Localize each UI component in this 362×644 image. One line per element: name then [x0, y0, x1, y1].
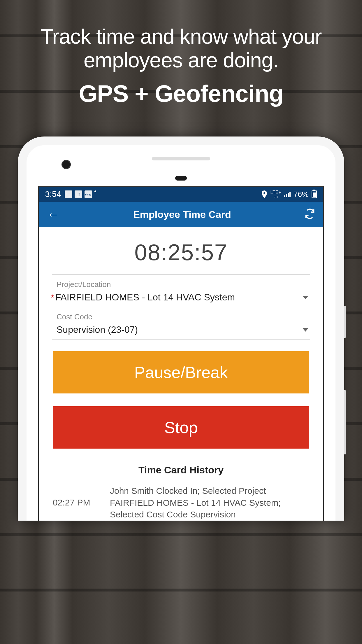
cost-code-field[interactable]: Cost Code Supervision (23-07)	[52, 307, 310, 340]
refresh-button[interactable]	[305, 209, 315, 220]
phone-camera	[61, 160, 71, 169]
back-button[interactable]: ←	[47, 207, 60, 222]
cost-code-label: Cost Code	[52, 312, 310, 321]
history-title: Time Card History	[53, 464, 309, 476]
android-status-bar: 3:54 ⬚ ▢ ring LTE+ ↓↑↑ 76%	[39, 187, 323, 202]
project-value: * FAIRFIELD HOMES - Lot 14 HVAC System	[52, 292, 303, 303]
notification-icons: ⬚ ▢ ring	[65, 190, 96, 198]
chevron-down-icon	[303, 328, 308, 332]
status-left: 3:54 ⬚ ▢ ring	[45, 190, 96, 199]
action-buttons: Pause/Break Stop	[39, 340, 323, 449]
stop-button[interactable]: Stop	[53, 406, 309, 449]
ring-icon: ring	[85, 190, 92, 198]
marketing-line-1: Track time and know what your employees …	[12, 25, 350, 72]
phone-side-button	[344, 306, 346, 338]
app-header: ← Employee Time Card	[39, 202, 323, 227]
marketing-copy: Track time and know what your employees …	[0, 0, 362, 119]
pause-break-button[interactable]: Pause/Break	[53, 351, 309, 393]
page-title: Employee Time Card	[133, 209, 231, 220]
phone-frame: 3:54 ⬚ ▢ ring LTE+ ↓↑↑ 76%	[18, 136, 344, 521]
phone-side-button	[344, 390, 346, 454]
notification-icon: ⬚	[65, 190, 72, 198]
elapsed-timer: 08:25:57	[52, 227, 310, 275]
battery-icon	[312, 190, 317, 198]
history-entry: 02:27 PM John Smith Clocked In; Selected…	[53, 485, 309, 521]
marketing-line-2: GPS + Geofencing	[12, 80, 350, 107]
battery-percent: 76%	[294, 190, 309, 199]
status-right: LTE+ ↓↑↑ 76%	[261, 190, 317, 199]
chevron-down-icon	[303, 296, 308, 299]
phone-screen: 3:54 ⬚ ▢ ring LTE+ ↓↑↑ 76%	[38, 186, 324, 521]
signal-bars-icon	[284, 191, 291, 197]
project-label: Project/Location	[52, 280, 310, 289]
network-type: LTE+ ↓↑↑	[270, 190, 281, 198]
required-indicator: *	[51, 293, 54, 302]
history-entry-description: John Smith Clocked In; Selected Project …	[110, 485, 309, 521]
history-entry-time: 02:27 PM	[53, 485, 102, 521]
gallery-icon: ▢	[75, 190, 82, 198]
more-notifications-icon	[94, 190, 96, 192]
phone-bezel: 3:54 ⬚ ▢ ring LTE+ ↓↑↑ 76%	[27, 145, 335, 521]
cost-code-value: Supervision (23-07)	[52, 324, 303, 335]
location-icon	[261, 190, 267, 198]
time-card-history: Time Card History 02:27 PM John Smith Cl…	[39, 461, 323, 521]
status-time: 3:54	[45, 190, 61, 199]
phone-sensor	[175, 176, 187, 181]
project-location-field[interactable]: Project/Location * FAIRFIELD HOMES - Lot…	[52, 275, 310, 307]
phone-speaker	[152, 157, 210, 160]
